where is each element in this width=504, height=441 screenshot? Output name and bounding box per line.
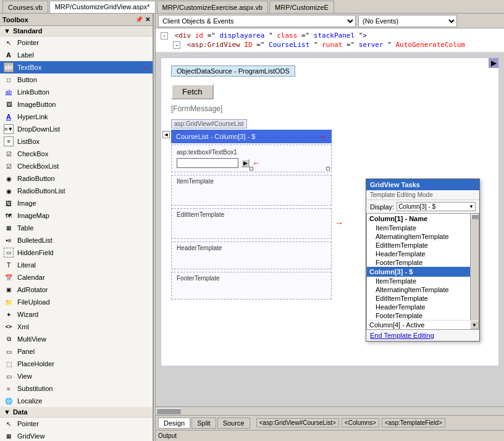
toolbox-item-linkbutton[interactable]: ab LinkButton	[0, 86, 153, 98]
tab-customize-exercise[interactable]: MRP/CustomizeExercise.aspx.vb	[157, 1, 269, 13]
dropdown-item-col3-edit[interactable]: EditItemTemplate	[367, 294, 479, 303]
toolbox-item-calendar[interactable]: 📅 Calendar	[0, 271, 153, 284]
toolbox-item-listbox[interactable]: ≡ ListBox	[0, 135, 153, 148]
bulletedlist-icon: •≡	[4, 235, 14, 245]
toolbox-item-localize[interactable]: 🌐 Localize	[0, 395, 153, 407]
toolbox-item-fileupload[interactable]: 📁 FileUpload	[0, 296, 153, 308]
footer-template: FooterTemplate	[171, 272, 332, 300]
toolbox-item-literal[interactable]: T Literal	[0, 259, 153, 271]
toolbox-item-imagebutton[interactable]: 🖼 ImageButton	[0, 98, 153, 111]
close-icon[interactable]: ✕	[145, 16, 150, 23]
toolbox-item-imagemap[interactable]: 🗺 ImageMap	[0, 209, 153, 222]
collapse-button[interactable]: ◄	[162, 131, 170, 138]
fetch-button[interactable]: Fetch	[171, 84, 214, 99]
textbox-icon: abl	[4, 62, 14, 72]
client-objects-dropdown[interactable]: Client Objects & Events	[158, 15, 356, 27]
toolbox-item-view[interactable]: ▭ View	[0, 370, 153, 382]
toolbox-item-checkboxlist[interactable]: ☑ CheckBoxList	[0, 160, 153, 172]
code-area: - <div id =" displayarea " class =" stac…	[156, 28, 504, 52]
toolbox-item-checkbox[interactable]: ☑ CheckBox	[0, 148, 153, 160]
tab-split[interactable]: Split	[191, 418, 216, 429]
tab-courses-vb[interactable]: Courses.vb	[2, 1, 48, 13]
toolbox-item-radiobutton-label: RadioButton	[17, 175, 55, 182]
toolbox-header-icons: 📌 ✕	[135, 16, 150, 23]
end-template-editing[interactable]: End Template Editing	[366, 330, 479, 341]
pin-icon[interactable]: 📌	[135, 16, 143, 23]
toolbox-item-table[interactable]: ▦ Table	[0, 222, 153, 234]
events-dropdown[interactable]: (No Events)	[358, 15, 457, 27]
scroll-down-btn[interactable]: ▼	[470, 321, 479, 329]
breadcrumb-item-2[interactable]: <Columns>	[342, 418, 379, 427]
tasks-subheader: Template Editing Mode	[366, 190, 479, 200]
toolbox: Toolbox 📌 ✕ ▼ Standard ↖ Pointer	[0, 14, 153, 441]
expand-arrow[interactable]: ▶	[489, 58, 498, 68]
h-scrollbar[interactable]	[156, 406, 504, 415]
code-collapse-1[interactable]: -	[161, 32, 168, 40]
placeholder-icon: ⬚	[4, 359, 14, 369]
code-collapse-2[interactable]: -	[173, 41, 180, 49]
tab-bar: Courses.vb MRP/CustomizeGridView.aspx* M…	[0, 0, 504, 14]
calendar-icon: 📅	[4, 272, 14, 282]
dropdown-item-col1-name[interactable]: Column[1] - Name	[367, 214, 479, 224]
toolbox-item-pointer[interactable]: ↖ Pointer	[0, 36, 153, 49]
tab-customize-e[interactable]: MRP/CustomizeE	[269, 1, 334, 13]
template-textbox[interactable]	[177, 158, 238, 168]
toolbox-item-button[interactable]: □ Button	[0, 74, 153, 86]
radiobutton-icon: ◉	[4, 174, 14, 183]
toolbox-item-xml[interactable]: <> Xml	[0, 321, 153, 333]
dropdown-item-col1-footer[interactable]: FooterTemplate	[367, 258, 479, 267]
literal-icon: T	[4, 260, 14, 270]
toolbox-item-textbox-label: TextBox	[17, 64, 41, 71]
toolbox-item-image[interactable]: 🖼 Image	[0, 197, 153, 209]
dropdown-item-col3[interactable]: Column[3] - $	[367, 267, 479, 277]
toolbox-item-label[interactable]: A Label	[0, 49, 153, 61]
toolbox-item-substitution[interactable]: ≈ Substitution	[0, 382, 153, 395]
toolbox-item-adrotator[interactable]: ▣ AdRotator	[0, 284, 153, 296]
toolbox-item-wizard[interactable]: ✦ Wizard	[0, 308, 153, 321]
toolbox-item-button-label: Button	[17, 76, 37, 83]
dropdown-scrollbar[interactable]: ▼	[470, 214, 479, 329]
tab-design[interactable]: Design	[158, 418, 190, 429]
toolbox-item-placeholder-label: PlaceHolder	[17, 360, 54, 368]
resize-handle-bottom[interactable]	[250, 167, 253, 170]
toolbox-item-xml-label: Xml	[17, 323, 29, 330]
toolbox-item-placeholder[interactable]: ⬚ PlaceHolder	[0, 358, 153, 370]
breadcrumb-item-3[interactable]: <asp:TemplateField>	[382, 418, 445, 427]
toolbox-item-hyperlink[interactable]: A HyperLink	[0, 111, 153, 123]
gridview-id-label: asp:GridView#CourseList	[171, 119, 247, 128]
toolbox-item-panel[interactable]: ▭ Panel	[0, 345, 153, 358]
section-data[interactable]: ▼ Data	[0, 407, 153, 418]
dropdown-item-col1-alt[interactable]: AlternatingItemTemplate	[367, 232, 479, 241]
toolbox-item-gridview[interactable]: ▦ GridView	[0, 430, 153, 441]
resize-handle-corner[interactable]	[326, 167, 330, 170]
breadcrumb-item-1[interactable]: <asp:GridView#CourseList>	[256, 418, 339, 427]
section-standard[interactable]: ▼ Standard	[0, 26, 153, 36]
dropdown-item-col1-edit[interactable]: EditItemTemplate	[367, 241, 479, 250]
dropdown-item-col1-header[interactable]: HeaderTemplate	[367, 250, 479, 258]
toolbox-item-imagemap-label: ImageMap	[17, 212, 49, 219]
tab-customize-gridview[interactable]: MRP/CustomizeGridView.aspx*	[49, 1, 156, 13]
dropdown-item-col3-header[interactable]: HeaderTemplate	[367, 303, 479, 311]
dropdown-item-col3-item[interactable]: ItemTemplate	[367, 277, 479, 285]
dropdown-item-col3-alt[interactable]: AlternatingItemTemplate	[367, 285, 479, 294]
toolbox-item-radiobutton[interactable]: ◉ RadioButton	[0, 172, 153, 185]
design-canvas[interactable]: ▶ ObjectDataSource - ProgramListODS Fetc…	[156, 52, 504, 406]
toolbox-item-multiview[interactable]: ⧉ MultiView	[0, 333, 153, 345]
toolbox-item-radiobuttonlist[interactable]: ◉ RadioButtonList	[0, 185, 153, 197]
toolbox-item-textbox[interactable]: abl TextBox ←	[0, 61, 153, 74]
toolbox-item-dropdownlist[interactable]: ≡▼ DropDownList	[0, 123, 153, 135]
textbox-expand-btn[interactable]: ▶	[241, 159, 250, 167]
tab-source[interactable]: Source	[217, 418, 250, 429]
h-scroll-thumb[interactable]	[156, 408, 181, 414]
toolbox-item-data-pointer[interactable]: ↖ Pointer	[0, 418, 153, 430]
tasks-header: GridView Tasks	[366, 179, 479, 190]
toolbox-scroll[interactable]: ▼ Standard ↖ Pointer A Label abl TextBox	[0, 26, 153, 441]
edit-item-template: EditItemTemplate →	[171, 208, 332, 239]
toolbox-item-hiddenfield[interactable]: ▭ HiddenField	[0, 246, 153, 259]
dropdown-item-col4-partial[interactable]: Column[4] - Active	[367, 320, 479, 329]
tasks-display-dropdown[interactable]: Column[3] - $ ▼	[397, 202, 476, 211]
scrollbar-thumb[interactable]	[471, 214, 479, 219]
dropdown-item-col1-item[interactable]: ItemTemplate	[367, 224, 479, 232]
dropdown-item-col3-footer[interactable]: FooterTemplate	[367, 311, 479, 320]
toolbox-item-bulletedlist[interactable]: •≡ BulletedList	[0, 234, 153, 246]
